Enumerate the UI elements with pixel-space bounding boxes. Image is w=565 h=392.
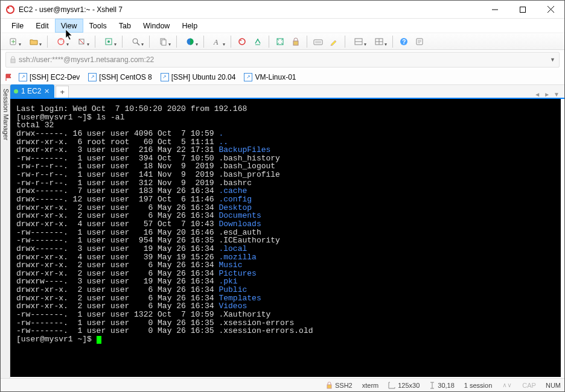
tab-add-button[interactable]: +: [56, 86, 69, 98]
session-link-icon: ↗: [161, 73, 169, 81]
svg-line-12: [79, 39, 84, 44]
size-icon: [388, 382, 395, 389]
reconnect-button[interactable]: [52, 35, 70, 48]
menu-tab[interactable]: Tab: [113, 19, 137, 33]
tab-close-icon[interactable]: ✕: [44, 87, 49, 95]
status-num: NUM: [546, 382, 561, 389]
window-title: EC2 - user@mysvr1:~ - Xshell 7: [19, 5, 481, 14]
status-sessions: 1 session: [464, 382, 492, 389]
toolbar: A ?: [1, 33, 564, 50]
tabs-row: 1 EC2 ✕ + ◄ ► ▼: [10, 85, 564, 99]
status-bar: SSH2 xterm 125x30 30,18 1 session CAP NU…: [1, 378, 564, 391]
keyboard-button[interactable]: [311, 35, 325, 48]
menu-file[interactable]: File: [5, 19, 30, 33]
new-session-button[interactable]: [4, 35, 22, 48]
layout-grid-button[interactable]: [370, 35, 388, 48]
svg-point-22: [240, 40, 241, 41]
svg-rect-18: [162, 40, 166, 45]
highlight-button[interactable]: [327, 35, 340, 48]
minimize-button[interactable]: [481, 1, 509, 18]
address-bar[interactable]: ssh://user:****@mysvr1.netsarang.com:22 …: [5, 52, 560, 68]
tab-status-dot-icon: [14, 89, 18, 93]
menu-tools[interactable]: Tools: [83, 19, 113, 33]
svg-rect-25: [293, 41, 298, 45]
copy-button[interactable]: [154, 35, 172, 48]
status-term: xterm: [362, 382, 379, 389]
address-dropdown-icon[interactable]: ▼: [550, 57, 555, 63]
help-button[interactable]: ?: [397, 35, 410, 48]
session-link[interactable]: ↗[SSH] EC2-Dev: [16, 73, 82, 81]
title-bar: EC2 - user@mysvr1:~ - Xshell 7: [1, 1, 564, 19]
app-icon: [5, 5, 15, 14]
svg-rect-40: [11, 59, 15, 63]
tab-nav-menu-icon[interactable]: ▼: [554, 91, 560, 98]
session-link-icon: ↗: [88, 73, 97, 81]
tab-label: 1 EC2: [21, 87, 41, 95]
svg-rect-26: [314, 40, 322, 45]
tab-nav-right-icon[interactable]: ►: [544, 91, 550, 98]
properties-button[interactable]: [100, 35, 118, 48]
tab-nav-left-icon[interactable]: ◄: [534, 91, 540, 98]
svg-point-14: [107, 40, 110, 43]
close-button[interactable]: [537, 1, 564, 18]
status-updown-icon: [502, 382, 512, 389]
disconnect-button[interactable]: [72, 35, 91, 48]
status-caps: CAP: [522, 382, 536, 389]
flag-icon[interactable]: [4, 73, 13, 81]
session-manager-panel-handle[interactable]: Session Manager: [1, 85, 10, 378]
lock-button[interactable]: [289, 35, 302, 48]
svg-point-1: [8, 7, 10, 8]
fullscreen-button[interactable]: [273, 35, 287, 48]
color-scheme-button[interactable]: [181, 35, 199, 48]
session-link-label: [SSH] Ubuntu 20.04: [171, 73, 236, 81]
font-button[interactable]: A: [208, 35, 226, 48]
svg-point-15: [133, 39, 138, 43]
xftp-button[interactable]: [251, 35, 264, 48]
svg-point-21: [239, 39, 245, 45]
status-protocol: SSH2: [326, 382, 353, 389]
address-text: ssh://user:****@mysvr1.netsarang.com:22: [19, 55, 154, 64]
svg-rect-41: [327, 385, 331, 388]
terminal[interactable]: Last login: Wed Oct 7 10:50:20 2020 from…: [10, 99, 561, 377]
svg-text:?: ?: [402, 38, 406, 45]
maximize-button[interactable]: [509, 1, 537, 18]
session-link-icon: ↗: [244, 73, 252, 81]
lock-icon: [10, 56, 16, 63]
session-link[interactable]: ↗VM-Linux-01: [241, 73, 298, 81]
lock-icon: [326, 382, 333, 389]
xagent-button[interactable]: [235, 35, 249, 48]
status-size: 125x30: [388, 382, 420, 389]
menu-bar: FileEditViewToolsTabWindowHelp: [1, 19, 564, 33]
session-link[interactable]: ↗[SSH] CentOS 8: [86, 73, 154, 81]
svg-text:A: A: [213, 38, 219, 46]
menu-window[interactable]: Window: [137, 19, 176, 33]
status-pos: 30,18: [429, 382, 455, 389]
session-links-bar: ↗[SSH] EC2-Dev ↗[SSH] CentOS 8 ↗[SSH] Ub…: [1, 69, 564, 85]
svg-line-16: [137, 43, 139, 45]
open-button[interactable]: [25, 35, 43, 48]
cursor-pos-icon: [429, 382, 435, 389]
log-button[interactable]: [413, 35, 426, 48]
session-link-label: [SSH] CentOS 8: [99, 73, 152, 81]
tab-ec2[interactable]: 1 EC2 ✕: [10, 84, 54, 98]
session-link-icon: ↗: [19, 73, 27, 81]
menu-edit[interactable]: Edit: [30, 19, 55, 33]
find-button[interactable]: [127, 35, 145, 48]
session-link-label: VM-Linux-01: [255, 73, 296, 81]
menu-help[interactable]: Help: [176, 19, 203, 33]
menu-view[interactable]: View: [55, 19, 83, 33]
layout-horizontal-button[interactable]: [350, 35, 368, 48]
session-link-label: [SSH] EC2-Dev: [30, 73, 80, 81]
session-link[interactable]: ↗[SSH] Ubuntu 20.04: [158, 73, 238, 81]
svg-rect-3: [520, 7, 526, 12]
